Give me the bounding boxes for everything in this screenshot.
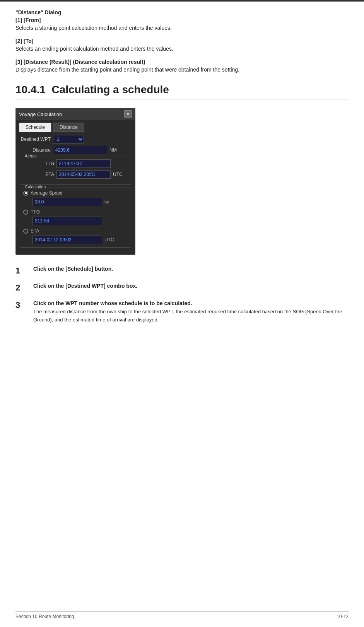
dialog-body: Destined WPT 1 Distance NM Actual TTG xyxy=(16,132,135,255)
tab-distance[interactable]: Distance xyxy=(53,123,84,132)
eta-unit: UTC xyxy=(113,172,123,177)
step-1: 1 Click on the [Schedule] button. xyxy=(15,266,349,276)
eta-calc-input[interactable] xyxy=(32,236,102,244)
dialog-title: Voyage Calculation xyxy=(19,111,62,117)
distance-result-label: [3] [Distance (Result)] (Distance calcul… xyxy=(15,59,349,65)
eta-calc-unit: UTC xyxy=(104,237,114,243)
avg-speed-label: Average Speed xyxy=(31,190,63,196)
step-2-content: Click on the [Destined WPT] combo box. xyxy=(33,283,349,290)
dialog-titlebar: Voyage Calculation ✕ xyxy=(16,108,135,120)
calculation-legend: Calculation xyxy=(23,185,47,189)
step-1-content: Click on the [Schedule] button. xyxy=(33,266,349,273)
dialog-tabs: Schedule Distance xyxy=(16,120,135,132)
step-2-bold: Click on the [Destined WPT] combo box. xyxy=(33,283,349,289)
footer-right: 10-12 xyxy=(337,614,349,619)
from-block: [1] [From] Selects a starting point calc… xyxy=(15,17,349,31)
eta-option-row: ETA xyxy=(23,228,128,234)
distance-result-block: [3] [Distance (Result)] (Distance calcul… xyxy=(15,59,349,73)
distance-dialog-title: "Distance" Dialog xyxy=(15,9,349,15)
chapter-number: 10.4.1 xyxy=(15,84,46,96)
page-footer: Section 10 Route Monitoring 10-12 xyxy=(15,611,349,619)
step-3-number: 3 xyxy=(15,300,27,310)
avg-speed-input[interactable] xyxy=(32,198,102,206)
step-2: 2 Click on the [Destined WPT] combo box. xyxy=(15,283,349,293)
from-label: [1] [From] xyxy=(15,17,349,23)
step-3-content: Click on the WPT number whose schedule i… xyxy=(33,300,349,324)
from-desc: Selects a starting point calculation met… xyxy=(15,25,349,31)
footer-left: Section 10 Route Monitoring xyxy=(15,614,74,619)
ttg-option-row: TTG xyxy=(23,209,128,215)
to-desc: Selects an ending point calculation meth… xyxy=(15,46,349,52)
dialog-close-button[interactable]: ✕ xyxy=(124,110,132,118)
ttg-radio[interactable] xyxy=(23,210,28,215)
main-content: "Distance" Dialog [1] [From] Selects a s… xyxy=(0,2,364,354)
destined-wpt-row: Destined WPT 1 xyxy=(20,135,131,144)
ttg-row: TTG xyxy=(23,159,128,168)
eta-calc-label: ETA xyxy=(31,228,39,234)
actual-legend: Actual xyxy=(23,154,38,158)
ttg-label: TTG xyxy=(23,161,54,166)
calculation-group: Calculation Average Speed kn TTG xyxy=(20,188,131,248)
step-3: 3 Click on the WPT number whose schedule… xyxy=(15,300,349,324)
distance-result-desc: Displays distance from the starting poin… xyxy=(15,67,349,73)
step-2-number: 2 xyxy=(15,283,27,293)
avg-speed-radio[interactable] xyxy=(23,191,28,196)
step-1-bold: Click on the [Schedule] button. xyxy=(33,266,349,272)
step-1-number: 1 xyxy=(15,266,27,276)
destined-wpt-select[interactable]: 1 xyxy=(53,135,84,144)
to-label: [2] [To] xyxy=(15,38,349,44)
eta-label: ETA xyxy=(23,172,54,177)
avg-speed-option-row: Average Speed xyxy=(23,190,128,196)
eta-radio[interactable] xyxy=(23,229,28,234)
steps-list: 1 Click on the [Schedule] button. 2 Clic… xyxy=(15,266,349,324)
distance-unit: NM xyxy=(109,147,117,153)
tab-schedule[interactable]: Schedule xyxy=(19,123,51,132)
chapter-title: Calculating a schedule xyxy=(51,84,169,96)
distance-dialog-section: "Distance" Dialog [1] [From] Selects a s… xyxy=(15,9,349,73)
eta-row: ETA UTC xyxy=(23,170,128,179)
distance-row: Distance NM xyxy=(20,146,131,154)
destined-wpt-label: Destined WPT xyxy=(20,137,51,142)
step-3-text: The measured distance from the own ship … xyxy=(33,308,349,324)
distance-input[interactable] xyxy=(53,146,107,154)
ttg-calc-input[interactable] xyxy=(32,217,102,225)
distance-field-label: Distance xyxy=(20,147,51,153)
ttg-calc-label: TTG xyxy=(31,209,40,215)
chapter-heading: 10.4.1 Calculating a schedule xyxy=(15,84,349,99)
avg-speed-unit: kn xyxy=(104,199,109,205)
step-3-bold: Click on the WPT number whose schedule i… xyxy=(33,300,349,306)
voyage-calculation-dialog: Voyage Calculation ✕ Schedule Distance D… xyxy=(15,108,135,255)
actual-group: Actual TTG ETA UTC xyxy=(20,157,131,185)
eta-input[interactable] xyxy=(56,170,111,179)
ttg-input[interactable] xyxy=(56,159,111,168)
to-block: [2] [To] Selects an ending point calcula… xyxy=(15,38,349,52)
